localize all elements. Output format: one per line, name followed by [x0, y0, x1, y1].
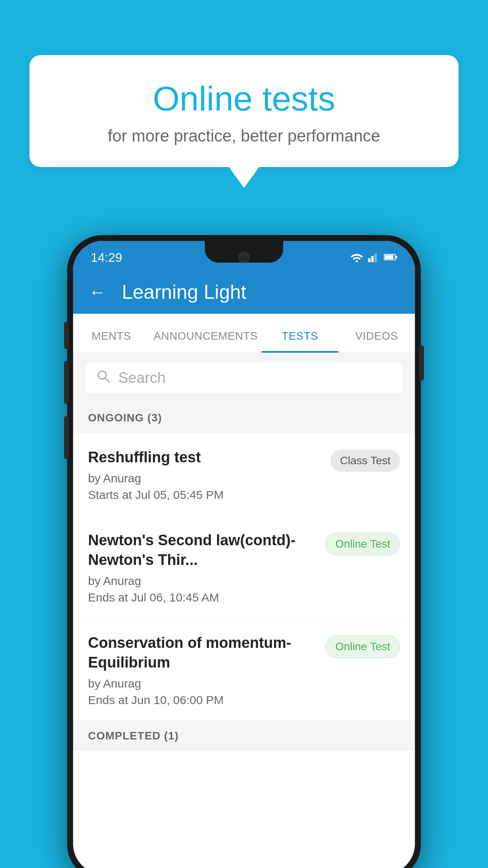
svg-rect-2 [371, 256, 374, 262]
back-button[interactable]: ← [89, 282, 106, 302]
phone-screen: 14:29 [73, 241, 415, 868]
tab-announcements[interactable]: ANNOUNCEMENTS [150, 330, 262, 353]
test-item[interactable]: Conservation of momentum-Equilibrium by … [73, 618, 415, 721]
test-name-3: Conservation of momentum-Equilibrium [88, 633, 317, 672]
test-name-1: Reshuffling test [88, 448, 323, 467]
speech-bubble-subtitle: for more practice, better performance [57, 127, 431, 145]
search-input[interactable]: Search [118, 370, 165, 386]
search-icon [96, 369, 110, 387]
tab-ments[interactable]: MENTS [73, 330, 150, 353]
test-badge-1: Class Test [330, 450, 400, 472]
phone-side-button-left3 [64, 416, 69, 459]
test-badge-2: Online Test [325, 533, 400, 555]
battery-icon [384, 253, 397, 263]
svg-rect-5 [385, 255, 393, 259]
svg-rect-6 [396, 256, 397, 258]
svg-point-0 [356, 260, 358, 262]
test-list: Reshuffling test by Anurag Starts at Jul… [73, 433, 415, 721]
phone-notch [205, 241, 283, 263]
wifi-icon [350, 252, 363, 264]
test-author-3: by Anurag [88, 677, 317, 690]
test-date-2: Ends at Jul 06, 10:45 AM [88, 591, 317, 604]
phone-frame: 14:29 [67, 235, 421, 868]
test-name-2: Newton's Second law(contd)-Newton's Thir… [88, 531, 317, 570]
test-author-1: by Anurag [88, 472, 323, 485]
completed-section-header: COMPLETED (1) [73, 721, 415, 751]
search-input-wrapper[interactable]: Search [85, 362, 403, 394]
tab-tests[interactable]: TESTS [262, 330, 338, 353]
status-icons [350, 252, 397, 264]
phone-side-button-left1 [64, 322, 69, 349]
test-date-3: Ends at Jun 10, 06:00 PM [88, 693, 317, 707]
svg-rect-1 [368, 258, 371, 262]
tab-videos[interactable]: VIDEOS [338, 330, 415, 353]
tabs-bar: MENTS ANNOUNCEMENTS TESTS VIDEOS [73, 314, 415, 353]
test-info-1: Reshuffling test by Anurag Starts at Jul… [88, 448, 323, 502]
test-item[interactable]: Reshuffling test by Anurag Starts at Jul… [73, 433, 415, 516]
speech-bubble: Online tests for more practice, better p… [29, 55, 459, 167]
phone-side-button-left2 [64, 361, 69, 404]
speech-bubble-title: Online tests [57, 79, 431, 119]
ongoing-section-header: ONGOING (3) [73, 403, 415, 433]
test-date-1: Starts at Jul 05, 05:45 PM [88, 488, 323, 502]
test-author-2: by Anurag [88, 574, 317, 588]
speech-bubble-pointer [228, 166, 260, 188]
test-item[interactable]: Newton's Second law(contd)-Newton's Thir… [73, 516, 415, 618]
speech-bubble-container: Online tests for more practice, better p… [29, 55, 459, 188]
svg-line-8 [105, 378, 109, 382]
app-title: Learning Light [122, 281, 246, 303]
phone-side-button-right [419, 345, 424, 381]
phone-camera [238, 252, 250, 263]
svg-rect-3 [374, 254, 377, 262]
search-container: Search [73, 353, 415, 403]
test-info-2: Newton's Second law(contd)-Newton's Thir… [88, 531, 317, 604]
test-info-3: Conservation of momentum-Equilibrium by … [88, 633, 317, 707]
test-badge-3: Online Test [325, 635, 400, 658]
signal-icon [368, 252, 379, 264]
status-time: 14:29 [91, 250, 122, 265]
app-header: ← Learning Light [73, 270, 415, 314]
